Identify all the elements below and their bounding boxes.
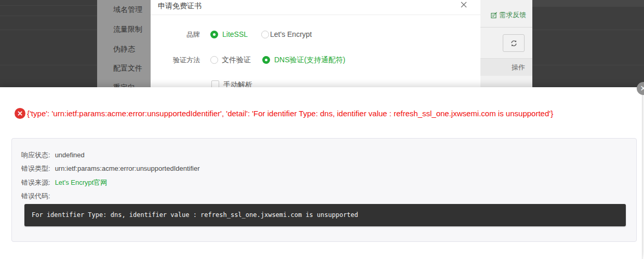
error-source-link[interactable]: Let's Encrypt官网 (55, 179, 108, 186)
radio-litessl[interactable] (210, 31, 218, 38)
ssl-page-strip: 需求反馈 操作 (480, 0, 532, 87)
radio-dns-verify[interactable] (262, 56, 270, 64)
dimmed-background-left (0, 0, 97, 87)
dialog-title: 申请免费证书 (158, 1, 202, 10)
feedback-form-icon (491, 12, 498, 19)
operation-column-header: 操作 (512, 59, 525, 76)
radio-file-verify[interactable] (210, 56, 218, 64)
dimmed-background-right (532, 0, 644, 87)
response-status-value: undefined (55, 151, 85, 159)
error-type-row: 错误类型:urn:ietf:params:acme:error:unsuppor… (21, 165, 200, 173)
apply-certificate-dialog: 申请免费证书 品牌 LiteSSL Let's Encrypt 验证方法 文件验… (151, 0, 480, 87)
divider (532, 65, 644, 65)
divider (0, 5, 97, 6)
error-message-text: {'type': 'urn:ietf:params:acme:error:uns… (27, 108, 640, 119)
error-source-label: 错误来源: (21, 179, 50, 186)
divider (0, 65, 97, 65)
error-type-label: 错误类型: (21, 165, 50, 172)
error-type-value: urn:ietf:params:acme:error:unsupportedId… (55, 165, 200, 172)
refresh-icon (509, 39, 518, 48)
error-code-label: 错误代码: (21, 192, 50, 200)
response-status-row: 响应状态:undefined (21, 151, 85, 159)
radio-file-verify-label[interactable]: 文件验证 (222, 56, 251, 64)
error-code-box: For identifier Type: dns, identifier val… (24, 204, 626, 226)
divider (532, 30, 644, 30)
sidebar-item-rewrite[interactable]: 伪静态 (113, 44, 135, 54)
screen: 域名管理 流量限制 伪静态 配置文件 重定向 申请免费证书 品牌 LiteSSL… (0, 0, 644, 259)
radio-letsencrypt-label[interactable]: Let's Encrypt (270, 30, 312, 38)
table-header-band: 操作 (480, 58, 532, 76)
divider (480, 27, 532, 28)
feedback-link-label: 需求反馈 (499, 10, 526, 20)
error-code-text: For identifier Type: dns, identifier val… (24, 204, 626, 226)
close-icon[interactable] (459, 0, 468, 9)
error-source-row: 错误来源:Let's Encrypt官网 (21, 179, 107, 187)
sidebar-item-config[interactable]: 配置文件 (113, 63, 142, 73)
divider (0, 16, 97, 16)
feedback-link[interactable]: 需求反馈 (491, 10, 526, 20)
radio-letsencrypt[interactable] (261, 31, 269, 38)
radio-litessl-label[interactable]: LiteSSL (222, 30, 248, 38)
divider (0, 30, 97, 30)
error-result-panel: × {'type': 'urn:ietf:params:acme:error:u… (0, 87, 642, 259)
dimmed-row (532, 0, 644, 7)
brand-label: 品牌 (151, 31, 200, 39)
sidebar-item-traffic[interactable]: 流量限制 (113, 24, 142, 34)
verify-method-label: 验证方法 (151, 56, 200, 64)
radio-dns-verify-label[interactable]: DNS验证(支持通配符) (274, 56, 345, 64)
sidebar-item-domain[interactable]: 域名管理 (113, 4, 142, 15)
error-circle-icon: × (15, 108, 25, 119)
error-code-row: 错误代码: (21, 192, 50, 200)
settings-side-menu: 域名管理 流量限制 伪静态 配置文件 重定向 (97, 0, 151, 87)
refresh-button[interactable] (503, 34, 525, 52)
divider (151, 15, 480, 15)
error-detail-box: 响应状态:undefined 错误类型:urn:ietf:params:acme… (11, 138, 637, 242)
response-status-label: 响应状态: (21, 151, 50, 159)
